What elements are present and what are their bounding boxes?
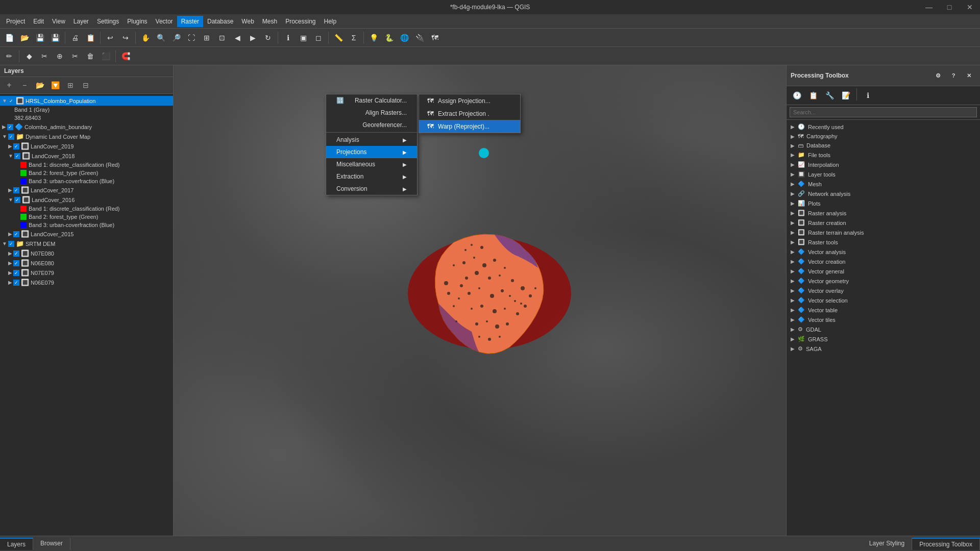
menu-view[interactable]: View — [48, 16, 69, 27]
menu-mesh[interactable]: Mesh — [258, 16, 281, 27]
pt-close-btn[interactable]: ✕ — [962, 68, 976, 83]
menu-web[interactable]: Web — [237, 16, 258, 27]
pt-item-vectortable[interactable]: ▶ 🔷 Vector table — [787, 305, 980, 315]
menu-raster-calculator[interactable]: 🔢 Raster Calculator... — [326, 94, 417, 107]
layer-n07e079[interactable]: ▶ ✓ 🔳 N07E079 — [0, 268, 173, 278]
pt-search-input[interactable] — [790, 107, 977, 117]
menu-conversion[interactable]: Conversion ▶ — [326, 183, 417, 195]
menu-database[interactable]: Database — [203, 16, 237, 27]
check-lc2015[interactable]: ✓ — [13, 231, 19, 237]
pt-history-btn[interactable]: 📋 — [806, 88, 820, 103]
collapse-all-btn[interactable]: ⊟ — [79, 78, 93, 92]
pt-item-saga[interactable]: ▶ ⚙ SAGA — [787, 344, 980, 354]
check-srtm[interactable]: ✓ — [8, 241, 14, 247]
stat-btn[interactable]: Σ — [347, 31, 361, 45]
submenu-warp-reproject[interactable]: 🗺 Warp (Reproject)... — [419, 120, 520, 133]
add-layer-btn[interactable]: + — [2, 78, 16, 92]
check-lc2017[interactable]: ✓ — [13, 187, 19, 193]
zoom-layer-btn[interactable]: ⊞ — [200, 31, 214, 45]
layer-colombo[interactable]: ▶ ✓ 🔷 Colombo_admin_boundary — [0, 122, 173, 132]
layer-dynamic-land[interactable]: ▼ ✓ 📁 Dynamic Land Cover Map — [0, 132, 173, 141]
layer-hrsl[interactable]: ▼ ✓ 🔳 HRSL_Colombo_Population — [0, 96, 173, 106]
layer-lc2017[interactable]: ▶ ✓ 🔳 LandCover_2017 — [0, 185, 173, 195]
pt-item-interpolation[interactable]: ▶ 📈 Interpolation — [787, 160, 980, 169]
menu-edit[interactable]: Edit — [29, 16, 48, 27]
zoom-sel-btn[interactable]: ⊡ — [215, 31, 229, 45]
del-btn[interactable]: 🗑 — [83, 49, 97, 63]
zoom-out-btn[interactable]: 🔎 — [169, 31, 183, 45]
menu-extraction[interactable]: Extraction ▶ — [326, 170, 417, 183]
pan-btn[interactable]: ✋ — [138, 31, 153, 45]
identify-btn[interactable]: ℹ — [281, 31, 295, 45]
layer-n07e080[interactable]: ▶ ✓ 🔳 N07E080 — [0, 248, 173, 258]
check-n06e079[interactable]: ✓ — [13, 280, 19, 286]
select-btn[interactable]: ▣ — [296, 31, 310, 45]
menu-settings[interactable]: Settings — [93, 16, 123, 27]
move-btn[interactable]: ⬛ — [99, 49, 113, 63]
pt-item-vectorgeometry[interactable]: ▶ 🔷 Vector geometry — [787, 276, 980, 286]
open-layer-btn[interactable]: 📂 — [33, 78, 47, 92]
pt-item-gdal[interactable]: ▶ ⚙ GDAL — [787, 324, 980, 334]
pt-item-rasteranalysis[interactable]: ▶ 🔳 Raster analysis — [787, 208, 980, 218]
menu-georeferencer[interactable]: Georeferencer... — [326, 119, 417, 131]
print-btn[interactable]: 🖨 — [68, 31, 82, 45]
minimize-btn[interactable]: — — [919, 0, 939, 14]
pt-item-rastertools[interactable]: ▶ 🔳 Raster tools — [787, 237, 980, 247]
tab-layers[interactable]: Layers — [0, 538, 33, 550]
compose-btn[interactable]: 📋 — [83, 31, 97, 45]
pt-item-vectorselection[interactable]: ▶ 🔷 Vector selection — [787, 295, 980, 305]
pt-help-btn[interactable]: ? — [946, 68, 961, 83]
check-hrsl[interactable]: ✓ — [8, 98, 14, 104]
edit-pencil-btn[interactable]: ✏ — [2, 49, 16, 63]
check-n06e080[interactable]: ✓ — [13, 260, 19, 266]
pt-settings-btn[interactable]: ⚙ — [931, 68, 945, 83]
check-n07e079[interactable]: ✓ — [13, 270, 19, 276]
menu-analysis[interactable]: Analysis ▶ — [326, 134, 417, 146]
zoom-back-btn[interactable]: ◀ — [230, 31, 244, 45]
close-btn[interactable]: ✕ — [960, 0, 980, 14]
zoom-in-btn[interactable]: 🔍 — [154, 31, 168, 45]
pt-item-recent[interactable]: ▶ 🕐 Recently used — [787, 122, 980, 132]
menu-project[interactable]: Project — [2, 16, 29, 27]
menu-miscellaneous[interactable]: Miscellaneous ▶ — [326, 158, 417, 170]
pt-item-filetools[interactable]: ▶ 📁 File tools — [787, 150, 980, 160]
layer-lc2015[interactable]: ▶ ✓ 🔳 LandCover_2015 — [0, 229, 173, 239]
tab-processing-toolbox[interactable]: Processing Toolbox — [912, 538, 980, 550]
maximize-btn[interactable]: □ — [939, 0, 960, 14]
pt-info-btn[interactable]: ℹ — [861, 88, 875, 103]
layer-n06e079[interactable]: ▶ ✓ 🔳 N06E079 — [0, 278, 173, 287]
submenu-assign-proj[interactable]: 🗺 Assign Projection... — [419, 94, 520, 107]
layer-n06e080[interactable]: ▶ ✓ 🔳 N06E080 — [0, 258, 173, 268]
pt-item-vectorgeneral[interactable]: ▶ 🔷 Vector general — [787, 266, 980, 276]
filter-layer-btn[interactable]: 🔽 — [48, 78, 62, 92]
pt-item-cartography[interactable]: ▶ 🗺 Cartography — [787, 132, 980, 141]
plugin-btn[interactable]: 🔌 — [412, 31, 427, 45]
pt-recent-btn[interactable]: 🕐 — [790, 88, 804, 103]
pt-item-plots[interactable]: ▶ 📊 Plots — [787, 198, 980, 208]
python-btn[interactable]: 🐍 — [382, 31, 396, 45]
zoom-full-btn[interactable]: ⛶ — [184, 31, 199, 45]
digi-btn[interactable]: ✂ — [37, 49, 52, 63]
map-tips-btn[interactable]: 🗺 — [428, 31, 442, 45]
node-tool-btn[interactable]: ◆ — [22, 49, 36, 63]
pt-item-network[interactable]: ▶ 🔗 Network analysis — [787, 189, 980, 198]
pt-item-layertools[interactable]: ▶ 🔲 Layer tools — [787, 169, 980, 179]
check-lc2016[interactable]: ✓ — [14, 197, 20, 203]
check-lc2018[interactable]: ✓ — [14, 153, 20, 159]
tab-layer-styling[interactable]: Layer Styling — [862, 538, 912, 550]
redo-btn[interactable]: ↪ — [118, 31, 133, 45]
pt-item-rastercreation[interactable]: ▶ 🔳 Raster creation — [787, 218, 980, 228]
pt-item-rasterterrain[interactable]: ▶ 🔳 Raster terrain analysis — [787, 228, 980, 237]
measure-btn[interactable]: 📏 — [331, 31, 346, 45]
pt-models-btn[interactable]: 🔧 — [822, 88, 837, 103]
pt-item-vectoroverlay[interactable]: ▶ 🔷 Vector overlay — [787, 286, 980, 295]
submenu-extract-proj[interactable]: 🗺 Extract Projection . — [419, 107, 520, 120]
menu-help[interactable]: Help — [320, 16, 341, 27]
tips-btn[interactable]: 💡 — [366, 31, 381, 45]
menu-align-rasters[interactable]: Align Rasters... — [326, 107, 417, 119]
check-dynamic[interactable]: ✓ — [8, 134, 14, 140]
pt-item-database[interactable]: ▶ 🗃 Database — [787, 141, 980, 150]
menu-plugins[interactable]: Plugins — [123, 16, 151, 27]
remove-layer-btn[interactable]: − — [17, 78, 32, 92]
save-btn[interactable]: 💾 — [33, 31, 47, 45]
